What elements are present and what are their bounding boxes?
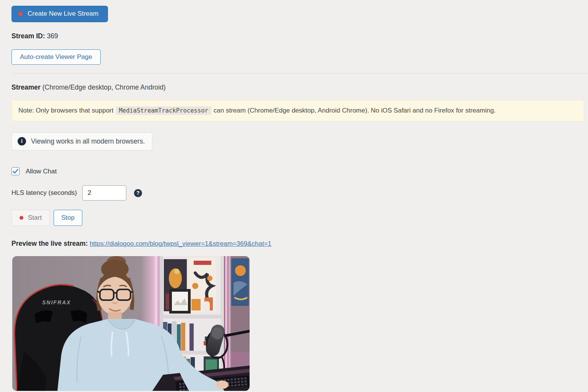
browser-support-note: Note: Only browsers that supportMediaStr…	[11, 100, 584, 121]
stream-id: Stream ID: 369	[11, 32, 588, 40]
stream-preview-scene: SNIFRAX	[12, 256, 250, 391]
vase	[204, 301, 210, 312]
viewing-info-text: Viewing works in all modern browsers.	[31, 137, 145, 145]
stream-preview-image: SNIFRAX	[12, 256, 250, 391]
auto-create-viewer-page-button[interactable]: Auto-create Viewer Page	[11, 49, 101, 65]
stream-id-label: Stream ID:	[11, 32, 45, 40]
streamer-heading-detail: (Chrome/Edge desktop, Chrome Android)	[42, 83, 166, 91]
hls-latency-input[interactable]	[82, 185, 126, 201]
preview-stream-link[interactable]: https://dialogoo.com/blog/twpsl_viewer=1…	[90, 240, 271, 247]
record-dot-icon	[18, 12, 23, 16]
create-new-live-stream-label: Create New Live Stream	[28, 10, 98, 18]
media-stream-track-processor-code: MediaStreamTrackProcessor	[116, 106, 211, 115]
question-mark-icon[interactable]: ?	[134, 189, 142, 197]
allow-chat-label: Allow Chat	[26, 168, 57, 175]
chair-brand-logo: SNIFRAX	[42, 299, 71, 305]
create-new-live-stream-button[interactable]: Create New Live Stream	[11, 6, 108, 22]
streamer-heading-title: Streamer	[11, 83, 41, 91]
stream-id-value: 369	[47, 32, 58, 40]
start-button-label: Start	[28, 214, 42, 222]
hand	[216, 381, 229, 389]
poster-right-wall	[231, 258, 249, 306]
info-icon: i	[18, 137, 26, 145]
allow-chat-checkbox[interactable]	[11, 167, 20, 175]
preview-line: Preview the live stream: https://dialogo…	[11, 240, 588, 248]
preview-label: Preview the live stream:	[11, 240, 88, 247]
hls-latency-label: HLS latency (seconds)	[11, 189, 77, 197]
picture-frame	[169, 289, 191, 314]
viewing-info-box: i Viewing works in all modern browsers.	[11, 132, 152, 150]
note-suffix: can stream (Chrome/Edge desktop, Android…	[214, 107, 496, 114]
streamer-heading: Streamer (Chrome/Edge desktop, Chrome An…	[11, 83, 588, 91]
poster-white	[189, 258, 216, 312]
section-divider	[11, 73, 588, 74]
checkmark-icon	[13, 169, 18, 174]
note-prefix: Note: Only browsers that support	[18, 107, 114, 114]
start-button[interactable]: Start	[11, 210, 50, 226]
record-dot-icon	[20, 216, 23, 220]
stop-button[interactable]: Stop	[54, 210, 82, 226]
